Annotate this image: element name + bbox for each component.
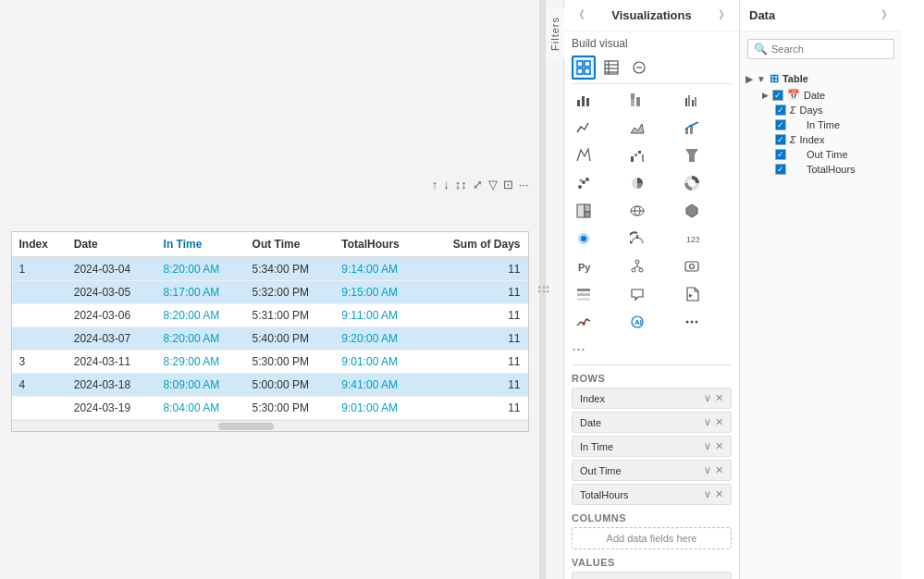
totalhours-checkbox[interactable]: [775, 164, 786, 175]
viz-icon-matrix[interactable]: [599, 55, 623, 80]
filter-icon[interactable]: ▽: [488, 178, 498, 191]
viz-icon-anomaly[interactable]: [572, 310, 596, 334]
viz-icon-python[interactable]: Py: [572, 254, 596, 278]
remove-field-date[interactable]: ✕: [715, 416, 723, 428]
viz-icon-paginated[interactable]: ▶: [680, 282, 704, 306]
svg-rect-36: [585, 204, 590, 212]
panel-divider[interactable]: ⠿: [539, 0, 545, 579]
search-box[interactable]: 🔍: [747, 39, 894, 59]
svg-point-42: [581, 236, 586, 241]
viz-icon-clustered-bar[interactable]: [680, 88, 704, 112]
tree-table-parent[interactable]: ▶ ▼ ⊞ Table: [745, 70, 896, 87]
viz-icon-waterfall[interactable]: [625, 143, 649, 167]
col-date[interactable]: Date: [67, 232, 156, 257]
more-visualizations[interactable]: ···: [572, 338, 732, 361]
col-intime[interactable]: In Time: [156, 232, 245, 257]
tree-item-index[interactable]: Σ Index: [760, 132, 896, 147]
svg-point-62: [685, 321, 688, 324]
viz-icon-funnel[interactable]: [680, 143, 704, 167]
field-pill-intime[interactable]: In Time ∨ ✕: [572, 436, 732, 457]
tree-item-date[interactable]: ▶ 📅 Date: [760, 87, 896, 103]
more-icon[interactable]: ···: [519, 178, 529, 191]
scroll-thumb[interactable]: [218, 423, 274, 430]
svg-rect-35: [577, 204, 585, 217]
chevron-down-icon-3[interactable]: ∨: [704, 440, 711, 452]
col-index[interactable]: Index: [12, 232, 67, 257]
viz-collapse-left[interactable]: 《: [573, 7, 585, 23]
field-pill-sumofdays[interactable]: Sum of Days ∨ ✕: [572, 572, 732, 579]
table-cell: 9:01:00 AM: [334, 396, 425, 419]
svg-rect-52: [685, 262, 698, 271]
chevron-down-icon-4[interactable]: ∨: [704, 464, 711, 476]
table-cell: 5:31:00 PM: [245, 303, 335, 326]
viz-icon-decomp[interactable]: [625, 254, 649, 278]
resize-icon[interactable]: ⊡: [503, 178, 513, 191]
field-pill-date[interactable]: Date ∨ ✕: [572, 412, 732, 433]
sort-both-icon[interactable]: ↕↕: [455, 178, 467, 191]
field-pill-index[interactable]: Index ∨ ✕: [572, 388, 732, 409]
filters-tab[interactable]: Filters: [545, 9, 564, 58]
col-sumofdays[interactable]: Sum of Days: [425, 232, 528, 257]
table-cell: 11: [425, 373, 528, 396]
viz-icon-more-visuals[interactable]: [680, 310, 704, 334]
table-cell: 11: [425, 396, 528, 419]
viz-icon-azure-map[interactable]: [572, 227, 596, 251]
date-checkbox[interactable]: [772, 90, 783, 101]
table-toolbar: ↑ ↓ ↕↕ ⤢ ▽ ⊡ ···: [432, 178, 529, 191]
viz-icon-area[interactable]: [625, 116, 649, 140]
sort-desc-icon[interactable]: ↓: [443, 178, 450, 191]
viz-icon-scatter[interactable]: [572, 171, 596, 195]
viz-icon-treemap[interactable]: [572, 199, 596, 223]
days-checkbox[interactable]: [775, 105, 786, 116]
viz-expand-right[interactable]: 》: [719, 7, 730, 23]
viz-icon-map[interactable]: [625, 199, 649, 223]
remove-field-intime[interactable]: ✕: [715, 440, 723, 452]
table-row: 32024-03-118:29:00 AM5:30:00 PM9:01:00 A…: [12, 350, 528, 373]
svg-marker-28: [685, 149, 698, 162]
viz-icon-qa[interactable]: [680, 254, 704, 278]
viz-icon-filled-map[interactable]: [680, 199, 704, 223]
columns-add-field[interactable]: Add data fields here: [572, 527, 732, 549]
viz-icon-pie[interactable]: [625, 171, 649, 195]
index-checkbox[interactable]: [775, 134, 786, 145]
table-cell: 5:40:00 PM: [245, 326, 335, 350]
tree-item-totalhours[interactable]: TotalHours: [760, 162, 896, 177]
tree-item-intime[interactable]: In Time: [760, 117, 896, 132]
field-index-label: Index: [580, 393, 605, 404]
outtime-checkbox[interactable]: [775, 149, 786, 160]
viz-icon-bar[interactable]: [572, 88, 596, 112]
viz-icon-ribbon[interactable]: [572, 143, 596, 167]
viz-icon-donut[interactable]: [680, 171, 704, 195]
col-totalhours[interactable]: TotalHours: [334, 232, 425, 257]
expand-icon[interactable]: ⤢: [473, 178, 483, 191]
data-panel-expand[interactable]: 》: [881, 7, 893, 23]
viz-icon-gauge[interactable]: [625, 227, 649, 251]
viz-icon-table[interactable]: [572, 55, 596, 80]
remove-field-totalhours[interactable]: ✕: [715, 488, 723, 500]
viz-icon-combo[interactable]: [680, 116, 704, 140]
chevron-down-icon[interactable]: ∨: [704, 392, 711, 404]
chevron-down-icon-2[interactable]: ∨: [704, 416, 711, 428]
intime-checkbox[interactable]: [775, 119, 786, 130]
viz-icon-ai-insights[interactable]: AI: [625, 310, 649, 334]
viz-icon-line[interactable]: [572, 116, 596, 140]
remove-field-index[interactable]: ✕: [715, 392, 723, 404]
chevron-down-icon-5[interactable]: ∨: [704, 488, 711, 500]
horizontal-scrollbar[interactable]: [12, 420, 528, 431]
sort-asc-icon[interactable]: ↑: [432, 178, 438, 191]
viz-icon-kpi[interactable]: 123: [680, 227, 704, 251]
remove-field-outtime[interactable]: ✕: [715, 464, 723, 476]
col-outtime[interactable]: Out Time: [245, 232, 335, 257]
viz-icon-slicer[interactable]: [572, 282, 596, 306]
field-pill-totalhours[interactable]: TotalHours ∨ ✕: [572, 484, 732, 505]
sigma-icon-index: Σ: [790, 134, 796, 145]
viz-icon-stacked-bar[interactable]: [625, 88, 649, 112]
tree-item-outtime[interactable]: Out Time: [760, 147, 896, 162]
field-pill-outtime[interactable]: Out Time ∨ ✕: [572, 460, 732, 481]
viz-icon-card[interactable]: [627, 55, 651, 80]
table-cell: 2024-03-07: [67, 326, 156, 350]
tree-item-days[interactable]: Σ Days: [760, 103, 896, 117]
svg-point-53: [689, 265, 694, 269]
search-input[interactable]: [771, 43, 888, 55]
viz-icon-smart-narr[interactable]: [625, 282, 649, 306]
